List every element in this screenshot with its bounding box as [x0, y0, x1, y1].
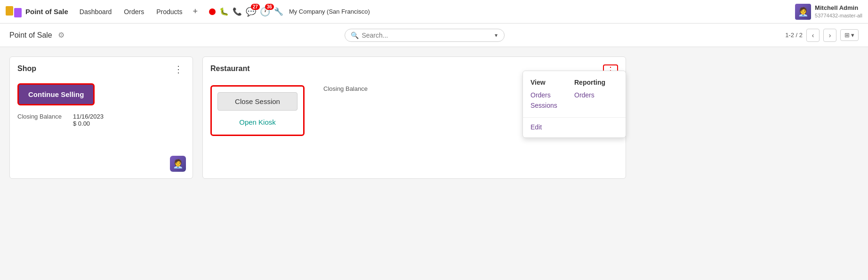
reporting-column: Reporting Orders [574, 79, 618, 111]
topbar: Point of Sale Dashboard Orders Products … [0, 0, 868, 24]
closing-amount: $ 0.00 [73, 120, 104, 127]
closing-balance-label: Closing Balance [17, 113, 62, 120]
bug-icon[interactable]: 🐛 [219, 7, 229, 16]
chat-badge[interactable]: 💬 27 [246, 7, 256, 17]
view-header: View [530, 79, 574, 86]
view-sessions-item[interactable]: Sessions [530, 100, 574, 111]
search-dropdown-button[interactable]: ▾ [494, 32, 498, 39]
user-menu[interactable]: 🧑‍💼 Mitchell Admin 53774432-master-all [795, 4, 862, 20]
reporting-orders-item[interactable]: Orders [574, 90, 618, 100]
pagination-text: 1-2 / 2 [785, 32, 803, 39]
top-nav: Dashboard Orders Products + [74, 4, 201, 19]
phone-icon[interactable]: 📞 [233, 7, 242, 16]
session-buttons-container: Close Session Open Kiosk [210, 85, 305, 136]
activity-badge[interactable]: 🕐 36 [260, 7, 270, 17]
add-menu-button[interactable]: + [189, 4, 201, 19]
continue-selling-button[interactable]: Continue Selling [17, 83, 95, 105]
restaurant-closing-label: Closing Balance [323, 85, 368, 92]
view-dropdown-arrow: ▾ [851, 32, 854, 39]
user-name: Mitchell Admin [815, 4, 862, 12]
page-title: Point of Sale [9, 31, 52, 40]
prev-page-button[interactable]: ‹ [806, 29, 820, 42]
shop-user-avatar: 🧑‍💼 [170, 156, 186, 172]
shop-closing-info: Closing Balance 11/16/2023 $ 0.00 [17, 113, 185, 127]
search-container: 🔍 ▾ [345, 29, 505, 42]
restaurant-card-title: Restaurant [210, 64, 250, 73]
nav-orders[interactable]: Orders [118, 5, 150, 18]
view-toggle-button[interactable]: ⊞ ▾ [840, 29, 859, 41]
reporting-header: Reporting [574, 79, 618, 86]
chat-count: 27 [251, 4, 260, 10]
search-input[interactable] [362, 32, 491, 39]
status-dot-icon [209, 8, 216, 15]
context-menu: View Orders Sessions Reporting Orders Ed… [522, 71, 626, 138]
restaurant-card-wrapper: Restaurant ⋮ Close Session Open Kiosk Cl… [202, 56, 626, 179]
app-logo[interactable]: Point of Sale [6, 6, 68, 17]
main-content: Shop ⋮ Continue Selling Closing Balance … [0, 47, 868, 188]
context-menu-section: View Orders Sessions Reporting Orders [523, 75, 626, 114]
settings-gear-icon[interactable]: ⚙ [58, 31, 64, 40]
settings-icon[interactable]: 🔧 [274, 7, 283, 16]
shop-closing-details: 11/16/2023 $ 0.00 [73, 113, 104, 127]
view-orders-item[interactable]: Orders [530, 90, 574, 100]
view-column: View Orders Sessions [530, 79, 574, 111]
shop-card: Shop ⋮ Continue Selling Closing Balance … [9, 56, 193, 179]
shop-card-menu-button[interactable]: ⋮ [172, 64, 185, 74]
shop-card-title: Shop [17, 64, 36, 73]
avatar: 🧑‍💼 [795, 4, 811, 20]
pagination-area: 1-2 / 2 ‹ › ⊞ ▾ [785, 29, 859, 42]
search-icon: 🔍 [351, 32, 359, 39]
restaurant-closing-info: Closing Balance [323, 85, 368, 94]
closing-date: 11/16/2023 [73, 113, 104, 120]
shop-closing-label: Closing Balance [17, 113, 62, 127]
close-session-button[interactable]: Close Session [217, 92, 297, 111]
logo-icon [6, 6, 22, 17]
nav-dashboard[interactable]: Dashboard [74, 5, 118, 18]
user-id: 53774432-master-all [815, 12, 862, 19]
kanban-icon: ⊞ [844, 32, 850, 39]
shop-card-header: Shop ⋮ [17, 64, 185, 74]
app-name: Point of Sale [25, 8, 68, 16]
edit-item[interactable]: Edit [523, 120, 626, 134]
breadcrumb-bar: Point of Sale ⚙ 🔍 ▾ 1-2 / 2 ‹ › ⊞ ▾ [0, 24, 868, 47]
context-menu-divider [523, 117, 626, 118]
company-selector[interactable]: My Company (San Francisco) [289, 8, 370, 15]
topbar-icons: 🐛 📞 💬 27 🕐 36 🔧 [209, 7, 283, 17]
nav-products[interactable]: Products [151, 5, 188, 18]
open-kiosk-button[interactable]: Open Kiosk [217, 115, 297, 129]
next-page-button[interactable]: › [823, 29, 836, 42]
user-info: Mitchell Admin 53774432-master-all [815, 4, 862, 19]
activity-count: 36 [265, 4, 274, 10]
